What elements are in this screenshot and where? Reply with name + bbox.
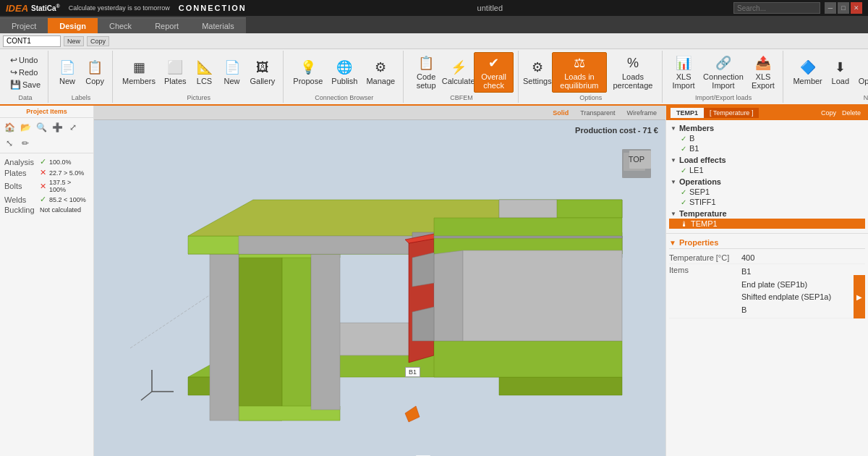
lcs-icon: 📐 (197, 59, 213, 75)
3d-viewport[interactable]: Production cost - 71 € TOP (94, 120, 665, 456)
search-icon[interactable]: 🔍 (34, 120, 48, 135)
ribbon-group-labels: 📄 New 📋 Copy Labels (50, 51, 113, 103)
pictures-buttons: ▦ Members ⬜ Plates 📐 LCS 📄 New 🖼 Ga (119, 52, 278, 93)
ribbon: New Copy ↩ Undo ↪ Redo 💾 Sav (0, 33, 868, 106)
tree-item-le1[interactable]: ✓ LE1 (669, 165, 865, 175)
tree-item-temp1[interactable]: 🌡 TEMP1 (669, 219, 865, 229)
calculate-button[interactable]: ⚡ Calculate (444, 57, 472, 88)
operations-arrow-icon: ▼ (671, 179, 676, 185)
status-row-welds: Welds ✓ 85.2 < 100% (4, 194, 89, 205)
members-button[interactable]: ▦ Members (119, 57, 159, 88)
global-search[interactable] (733, 2, 820, 14)
propose-button[interactable]: 💡 Propose (289, 57, 326, 88)
tree-item-stiff1[interactable]: ✓ STIFF1 (669, 197, 865, 207)
properties-arrow-icon: ▼ (669, 239, 676, 247)
tree-section-members-header[interactable]: ▼ Members (669, 123, 865, 133)
member-new-button[interactable]: 🔷 Member (789, 57, 825, 88)
viewport-toolbar: Solid Transparent Wireframe (94, 106, 665, 120)
collapse-panel-icon: ▶ (856, 293, 862, 301)
publish-icon: 🌐 (336, 59, 352, 75)
operation-new-button[interactable]: 🔧 Operation (855, 57, 868, 88)
collapse-icon[interactable]: ⤡ (2, 136, 17, 151)
add-icon[interactable]: ➕ (50, 120, 64, 135)
3d-model: B1 (94, 120, 665, 456)
tree-item-b[interactable]: ✓ B (669, 133, 865, 143)
tree-section-load-effects: ▼ Load effects ✓ LE1 (669, 155, 865, 175)
temperature-arrow-icon: ▼ (671, 211, 676, 217)
undo-button[interactable]: ↩ Undo (7, 54, 43, 66)
tab-report[interactable]: Report (143, 17, 190, 33)
redo-button[interactable]: ↪ Redo (7, 67, 43, 78)
b-check-icon: ✓ (681, 135, 686, 143)
delete-action-button[interactable]: Delete (839, 109, 864, 117)
settings-icon: ⚙ (532, 59, 543, 75)
undo-icon: ↩ (10, 55, 17, 65)
main-area: Project Items 🏠 📂 🔍 ➕ ⤢ ⤡ ✏ Analysis ✓ 1… (0, 106, 868, 456)
save-button[interactable]: 💾 Save (7, 79, 43, 90)
ribbon-group-cbfem: 📋 Code setup ⚡ Calculate ✔ Overall check… (405, 51, 519, 103)
sidebar-toolbar: 🏠 📂 🔍 ➕ ⤢ ⤡ ✏ (0, 118, 93, 153)
svg-marker-26 (557, 200, 622, 218)
restore-button[interactable]: □ (838, 2, 849, 14)
tab-materials[interactable]: Materials (190, 17, 246, 33)
app-logo: IDEA StatiCa® Calculate yesterday is so … (6, 3, 247, 14)
status-row-analysis: Analysis ✓ 100.0% (4, 156, 89, 167)
rp-tab-temp1[interactable]: TEMP1 (671, 108, 704, 118)
b1-check-icon: ✓ (681, 145, 686, 153)
svg-marker-37 (412, 253, 434, 287)
ribbon-group-connection-browser: 💡 Propose 🌐 Publish ⚙ Manage Connection … (285, 51, 404, 103)
draw-icon[interactable]: ✏ (18, 136, 33, 151)
manage-button[interactable]: ⚙ Manage (362, 57, 399, 88)
load-new-button[interactable]: ⬇ Load (827, 57, 854, 88)
plates-button[interactable]: ⬜ Plates (161, 57, 190, 88)
loads-percentage-button[interactable]: % Loads percentage (608, 54, 658, 92)
gallery-button[interactable]: 🖼 Gallery (247, 58, 279, 88)
close-button[interactable]: ✕ (851, 2, 862, 14)
code-setup-button[interactable]: 📋 Code setup (409, 53, 443, 92)
xls-import-button[interactable]: 📊 XLS Import (668, 53, 699, 92)
minimize-button[interactable]: ─ (825, 2, 836, 14)
app-tagline: Calculate yesterday is so tomorrow (69, 4, 170, 12)
connection-browser-buttons: 💡 Propose 🌐 Publish ⚙ Manage (289, 52, 399, 93)
tree-section-load-effects-header[interactable]: ▼ Load effects (669, 155, 865, 165)
connection-id-input[interactable] (3, 35, 61, 47)
new-pic-button[interactable]: 📄 New (219, 57, 245, 88)
copy-action-button[interactable]: Copy (818, 109, 839, 117)
tree-section-operations-header[interactable]: ▼ Operations (669, 177, 865, 187)
rp-tab-temperature[interactable]: [ Temperature ] (704, 108, 759, 118)
publish-button[interactable]: 🌐 Publish (328, 57, 361, 88)
transparent-view-button[interactable]: Transparent (577, 109, 618, 117)
connection-import-icon: 🔗 (715, 55, 731, 71)
tree-section-members: ▼ Members ✓ B ✓ B1 (669, 123, 865, 153)
xls-export-button[interactable]: 📤 XLS Export (748, 53, 779, 92)
expand-icon[interactable]: ⤢ (66, 120, 80, 135)
overall-check-button[interactable]: ✔ Overall check (474, 52, 514, 93)
tree-item-sep1[interactable]: ✓ SEP1 (669, 187, 865, 197)
b1-label: B1 (405, 367, 420, 377)
nav-cube[interactable]: TOP (615, 142, 658, 185)
tab-check[interactable]: Check (98, 17, 143, 33)
load-effects-arrow-icon: ▼ (671, 157, 676, 164)
open-icon[interactable]: 📂 (18, 120, 33, 135)
manage-icon: ⚙ (375, 59, 386, 75)
loads-equilibrium-button[interactable]: ⚖ Loads in equilibrium (552, 52, 607, 93)
members-icon: ▦ (133, 59, 145, 75)
wireframe-view-button[interactable]: Wireframe (624, 109, 660, 117)
titlebar: IDEA StatiCa® Calculate yesterday is so … (0, 0, 868, 16)
new-label-button[interactable]: 📄 New (54, 57, 80, 88)
tree-section-temperature-header[interactable]: ▼ Temperature (669, 208, 865, 219)
copy-label-button[interactable]: 📋 Copy (82, 57, 108, 88)
copy-button[interactable]: Copy (87, 36, 109, 46)
connection-import-button[interactable]: 🔗 Connection Import (700, 53, 746, 92)
lcs-button[interactable]: 📐 LCS (192, 57, 218, 88)
redo-icon: ↪ (10, 67, 17, 77)
solid-view-button[interactable]: Solid (550, 109, 571, 117)
tab-project[interactable]: Project (0, 17, 48, 33)
new-button[interactable]: New (64, 36, 84, 46)
collapse-panel-button[interactable]: ▶ (854, 275, 865, 318)
sep1-check-icon: ✓ (681, 188, 686, 196)
settings-button[interactable]: ⚙ Settings (524, 57, 550, 88)
tab-design[interactable]: Design (48, 17, 98, 33)
tree-item-b1[interactable]: ✓ B1 (669, 143, 865, 153)
home-icon[interactable]: 🏠 (2, 120, 17, 135)
